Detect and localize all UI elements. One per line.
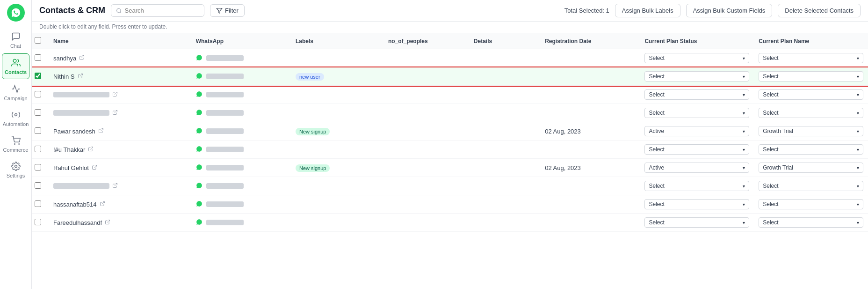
external-link-icon[interactable]: [78, 73, 83, 80]
row-checkbox[interactable]: [35, 109, 41, 116]
plan-status-dropdown[interactable]: Select▾: [644, 217, 749, 228]
sidebar-item-settings-label: Settings: [7, 173, 25, 178]
plan-name-dropdown[interactable]: Select▾: [759, 144, 863, 155]
plan-status-dropdown[interactable]: Select▾: [644, 89, 749, 100]
external-link-icon[interactable]: [112, 183, 118, 189]
chevron-down-icon: ▾: [857, 220, 859, 225]
plan-status-value: Select: [649, 73, 664, 80]
row-checkbox[interactable]: [35, 219, 41, 225]
chevron-down-icon: ▾: [743, 92, 745, 97]
plan-name-dropdown[interactable]: Select▾: [759, 217, 863, 228]
total-selected-label: Total Selected: 1: [564, 7, 609, 14]
table-row: Nithin S new userSelect▾Select▾: [32, 67, 868, 86]
external-link-icon[interactable]: [98, 128, 104, 134]
plan-name-dropdown[interactable]: Select▾: [759, 108, 863, 118]
plan-status-dropdown[interactable]: Select▾: [644, 71, 749, 82]
row-whatsapp-cell: [191, 122, 291, 141]
row-checkbox-cell: [32, 159, 49, 177]
sidebar-item-commerce[interactable]: Commerce: [0, 132, 31, 156]
plan-name-dropdown[interactable]: Select▾: [759, 53, 863, 63]
row-checkbox[interactable]: [35, 127, 41, 134]
filter-button[interactable]: Filter: [210, 4, 245, 17]
logo-icon: [11, 7, 21, 18]
plan-status-value: Select: [649, 91, 664, 98]
plan-status-dropdown[interactable]: Select▾: [644, 108, 749, 118]
row-details-cell: [469, 159, 540, 177]
phone-number-blur: [206, 55, 244, 61]
row-registration-date-cell: 02 Aug, 2023: [540, 122, 640, 141]
row-labels-cell: [291, 104, 383, 122]
row-checkbox[interactable]: [35, 200, 41, 207]
sidebar-item-contacts[interactable]: Contacts: [2, 53, 29, 79]
sidebar-item-campaign[interactable]: Campaign: [0, 80, 31, 105]
row-labels-cell: [291, 214, 383, 232]
row-checkbox[interactable]: [35, 182, 41, 189]
plan-status-dropdown[interactable]: Active▾: [644, 163, 749, 173]
external-link-icon[interactable]: [100, 201, 105, 207]
row-details-cell: [469, 195, 540, 214]
plan-status-dropdown[interactable]: Select▾: [644, 144, 749, 155]
external-link-icon[interactable]: [105, 219, 110, 226]
plan-name-value: Select: [763, 146, 778, 153]
delete-selected-contacts-button[interactable]: Delete Selected Contacts: [778, 4, 861, 17]
sidebar-item-automation[interactable]: Automation: [0, 106, 31, 131]
search-box[interactable]: [111, 4, 204, 17]
external-link-icon[interactable]: [112, 91, 118, 98]
contact-name: !#u Thakkar: [53, 146, 85, 153]
row-details-cell: [469, 49, 540, 67]
plan-name-value: Select: [763, 219, 778, 226]
plan-name-dropdown[interactable]: Growth Trial▾: [759, 163, 863, 173]
row-name-cell: Rahul Gehlot: [49, 159, 191, 177]
plan-status-dropdown[interactable]: Select▾: [644, 199, 749, 209]
plan-name-dropdown[interactable]: Growth Trial▾: [759, 126, 863, 136]
plan-status-dropdown[interactable]: Select▾: [644, 181, 749, 191]
row-details-cell: [469, 141, 540, 159]
row-checkbox[interactable]: [35, 91, 41, 97]
row-plan-name-cell: Select▾: [754, 86, 868, 104]
external-link-icon[interactable]: [112, 110, 118, 116]
campaign-icon: [11, 84, 21, 94]
assign-bulk-custom-fields-button[interactable]: Assign Bulk Custom Fields: [686, 4, 773, 17]
plan-name-dropdown[interactable]: Select▾: [759, 89, 863, 100]
page-title: Contacts & CRM: [39, 6, 105, 15]
assign-bulk-labels-button[interactable]: Assign Bulk Labels: [615, 4, 680, 17]
plan-name-dropdown[interactable]: Select▾: [759, 71, 863, 82]
search-input[interactable]: [125, 7, 199, 14]
filter-label: Filter: [225, 7, 239, 14]
row-plan-status-cell: Active▾: [640, 159, 754, 177]
automation-icon: [11, 110, 21, 120]
row-registration-date-cell: [540, 141, 640, 159]
phone-number-blur: [206, 183, 244, 189]
plan-name-value: Select: [763, 183, 778, 189]
row-whatsapp-cell: [191, 67, 291, 86]
row-plan-status-cell: Select▾: [640, 86, 754, 104]
row-plan-status-cell: Select▾: [640, 49, 754, 67]
plan-status-value: Select: [649, 201, 664, 207]
plan-status-dropdown[interactable]: Select▾: [644, 53, 749, 63]
row-registration-date-cell: 02 Aug, 2023: [540, 159, 640, 177]
row-checkbox[interactable]: [35, 146, 41, 152]
plan-name-value: Growth Trial: [763, 164, 793, 171]
header: Contacts & CRM Filter Total Selected: 1 …: [32, 0, 868, 22]
plan-name-dropdown[interactable]: Select▾: [759, 199, 863, 209]
table-header: Name WhatsApp Labels no_of_peoples Detai…: [32, 33, 868, 49]
table-row: Pawar sandesh New signup02 Aug, 2023Acti…: [32, 122, 868, 141]
row-checkbox[interactable]: [35, 73, 41, 79]
chevron-down-icon: ▾: [857, 74, 859, 79]
row-registration-date-cell: [540, 177, 640, 195]
phone-number-blur: [206, 165, 244, 170]
sidebar-item-settings[interactable]: Settings: [0, 157, 31, 182]
plan-name-dropdown[interactable]: Select▾: [759, 181, 863, 191]
contacts-table-wrapper: Name WhatsApp Labels no_of_peoples Detai…: [32, 33, 868, 289]
sidebar-item-chat[interactable]: Chat: [0, 28, 31, 52]
select-all-checkbox[interactable]: [35, 37, 41, 44]
row-checkbox[interactable]: [35, 54, 41, 61]
plan-status-dropdown[interactable]: Active▾: [644, 126, 749, 136]
external-link-icon[interactable]: [92, 164, 97, 171]
row-name-cell: [49, 86, 191, 104]
external-link-icon[interactable]: [88, 146, 94, 153]
svg-line-15: [115, 184, 117, 186]
external-link-icon[interactable]: [79, 55, 85, 61]
row-checkbox[interactable]: [35, 164, 41, 170]
table-body: sandhya Select▾Select▾Nithin S new userS…: [32, 49, 868, 232]
